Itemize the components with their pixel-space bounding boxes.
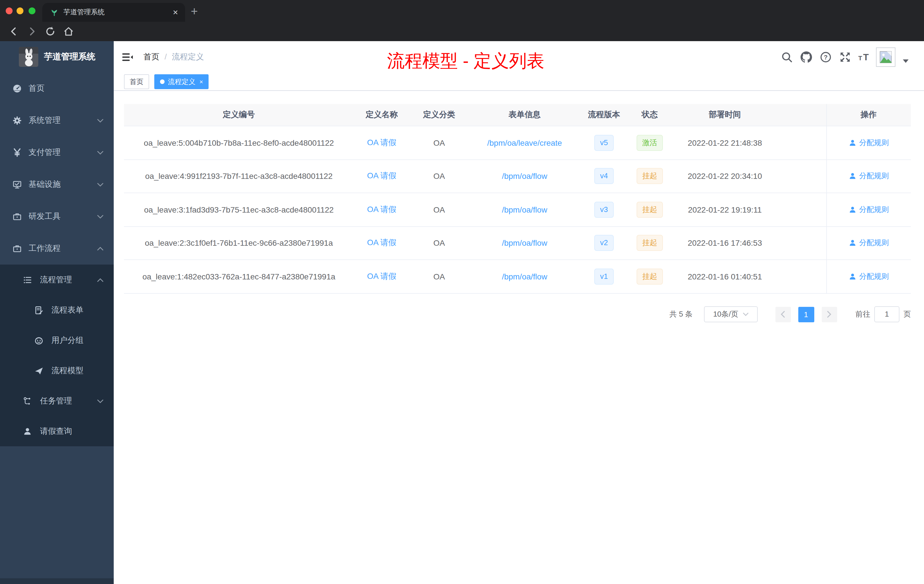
chevron-right-icon [827, 311, 832, 318]
sidebar-item-payment[interactable]: 支付管理 [0, 137, 114, 168]
tag-process-definition[interactable]: 流程定义 × [154, 74, 209, 89]
fullscreen-icon[interactable] [840, 51, 851, 63]
col-actions: 操作 [826, 110, 911, 120]
pagination-total: 共 5 条 [670, 309, 693, 319]
goto-label: 前往 [855, 309, 870, 319]
definition-name-link[interactable]: OA 请假 [367, 171, 396, 181]
current-page-button[interactable]: 1 [798, 307, 814, 322]
chevron-down-icon [97, 119, 104, 123]
col-form-info: 表单信息 [469, 110, 581, 120]
user-avatar[interactable] [876, 48, 896, 67]
deploy-time: 2022-01-22 19:19:11 [672, 205, 778, 214]
list-icon [23, 275, 32, 284]
prev-page-button[interactable] [775, 307, 790, 322]
sidebar-item-process-model[interactable]: 流程模型 [0, 355, 114, 386]
new-tab-button[interactable]: + [187, 5, 202, 20]
tag-home[interactable]: 首页 [124, 74, 149, 89]
svg-text:?: ? [824, 54, 827, 61]
mac-close-button[interactable] [6, 7, 13, 14]
definition-category: OA [410, 138, 469, 147]
chevron-down-icon [743, 313, 749, 316]
definition-category: OA [410, 272, 469, 281]
mac-minimize-button[interactable] [16, 7, 23, 14]
chevron-up-icon [97, 247, 104, 251]
table-row: oa_leave:2:3c1f0ef1-76b1-11ec-9c66-a2380… [124, 226, 911, 260]
browser-tab[interactable]: 芋道管理系统 ✕ [42, 3, 185, 22]
form-link[interactable]: /bpm/oa/flow [502, 239, 548, 248]
site-favicon-icon [50, 8, 58, 16]
sidebar-item-task-mgmt[interactable]: 任务管理 [0, 386, 114, 416]
home-icon[interactable] [63, 26, 74, 37]
sidebar-item-leave-query[interactable]: 请假查询 [0, 416, 114, 446]
mac-zoom-button[interactable] [28, 7, 35, 14]
definition-name-link[interactable]: OA 请假 [367, 205, 396, 215]
table-header-row: 定义编号 定义名称 定义分类 表单信息 流程版本 状态 部署时间 操作 [124, 104, 911, 126]
page-size-select[interactable]: 10条/页 [704, 306, 758, 322]
breadcrumb-current: 流程定义 [172, 52, 204, 62]
sidebar-item-user-group[interactable]: 用户分组 [0, 325, 114, 355]
gear-icon [13, 116, 22, 125]
sidebar-item-devtools[interactable]: 研发工具 [0, 201, 114, 233]
assign-rule-button[interactable]: 分配规则 [848, 238, 889, 248]
next-page-button[interactable] [822, 307, 837, 322]
definition-id: oa_leave:1:482ec033-762a-11ec-8477-a2380… [124, 272, 354, 281]
app-title: 芋道管理系统 [44, 51, 96, 62]
toolbox-icon [13, 212, 22, 221]
github-icon[interactable] [800, 51, 812, 63]
form-link[interactable]: /bpm/oa/flow [502, 172, 548, 181]
person-icon [848, 239, 856, 247]
breadcrumb: 首页 / 流程定义 [144, 52, 204, 62]
breadcrumb-separator: / [165, 52, 167, 62]
sidebar-item-home[interactable]: 首页 [0, 73, 114, 105]
sidebar-item-process-form[interactable]: 流程表单 [0, 295, 114, 325]
assign-rule-button[interactable]: 分配规则 [848, 138, 889, 148]
form-link[interactable]: /bpm/oa/leave/create [487, 138, 562, 147]
definition-category: OA [410, 239, 469, 248]
col-status: 状态 [627, 110, 672, 120]
definition-name-link[interactable]: OA 请假 [367, 271, 396, 282]
search-icon[interactable] [781, 51, 792, 63]
assign-rule-button[interactable]: 分配规则 [848, 171, 889, 181]
status-badge: 挂起 [637, 235, 663, 251]
definition-name-link[interactable]: OA 请假 [367, 138, 396, 148]
pagination: 共 5 条 10条/页 1 前往 1 页 [124, 306, 911, 322]
sidebar-item-infra[interactable]: 基础设施 [0, 168, 114, 201]
avatar-caret-icon[interactable] [903, 59, 909, 63]
hamburger-icon[interactable] [122, 51, 133, 63]
status-badge: 挂起 [637, 202, 663, 218]
version-badge: v3 [594, 202, 614, 218]
tag-close-icon[interactable]: × [200, 75, 203, 89]
definition-id: oa_leave:5:004b710b-7b8a-11ec-8ef0-acde4… [124, 138, 354, 147]
goto-page-input[interactable]: 1 [874, 306, 899, 322]
definition-name-link[interactable]: OA 请假 [367, 238, 396, 248]
form-link[interactable]: /bpm/oa/flow [502, 205, 548, 214]
back-icon[interactable] [8, 26, 20, 37]
reload-icon[interactable] [45, 26, 56, 37]
assign-rule-button[interactable]: 分配规则 [848, 205, 889, 215]
sidebar-footer-bar [0, 578, 114, 584]
sidebar-item-process-mgmt[interactable]: 流程管理 [0, 265, 114, 295]
forward-icon[interactable] [26, 26, 38, 37]
font-size-icon[interactable]: TT [858, 51, 870, 63]
help-icon[interactable]: ? [820, 51, 832, 63]
yen-icon [13, 148, 22, 157]
navbar: 首页 / 流程定义 ? TT [114, 41, 924, 73]
assign-rule-button[interactable]: 分配规则 [848, 271, 889, 282]
tab-close-icon[interactable]: ✕ [173, 9, 178, 16]
definition-id: oa_leave:3:1fad3d93-7b75-11ec-a3c8-acde4… [124, 205, 354, 214]
sidebar-item-workflow[interactable]: 工作流程 [0, 233, 114, 265]
sidebar-item-system[interactable]: 系统管理 [0, 105, 114, 137]
form-link[interactable]: /bpm/oa/flow [502, 272, 548, 281]
definition-table: 定义编号 定义名称 定义分类 表单信息 流程版本 状态 部署时间 操作 oa_l… [124, 104, 911, 294]
table-row: oa_leave:1:482ec033-762a-11ec-8477-a2380… [124, 260, 911, 294]
table-row: oa_leave:3:1fad3d93-7b75-11ec-a3c8-acde4… [124, 193, 911, 226]
chevron-down-icon [97, 215, 104, 219]
browser-toolbar: 不安全 dashboard.yudao.iocoder.cn/bpm/manag… [0, 22, 924, 41]
person-icon [848, 272, 856, 280]
breadcrumb-home[interactable]: 首页 [144, 52, 159, 62]
monitor-icon [13, 180, 22, 189]
person-icon [848, 172, 856, 180]
screen: 芋道管理系统 ✕ + 不安全 dashboard.yudao.iocoder.c… [0, 0, 924, 584]
chevron-left-icon [780, 311, 785, 318]
main-panel: 首页 / 流程定义 ? TT 首页 [114, 41, 924, 584]
